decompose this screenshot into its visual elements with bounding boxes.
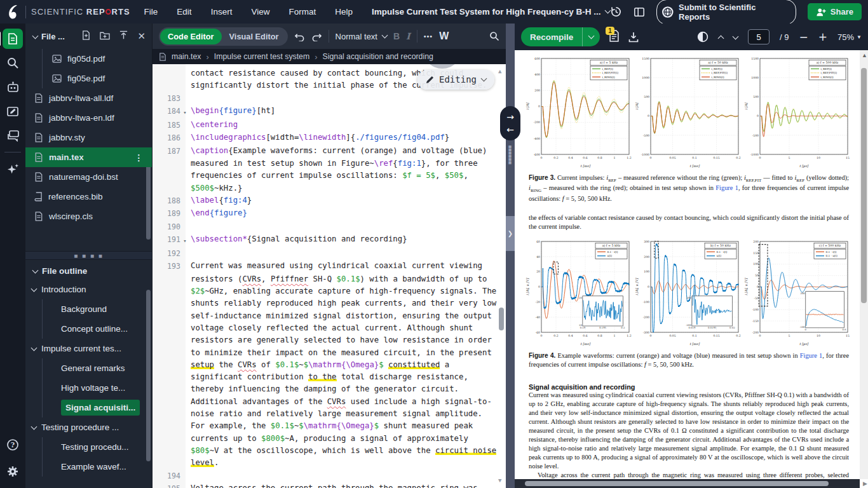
italic-icon[interactable]: I [406, 31, 410, 41]
outline-item-example-wavef-[interactable]: Example wavef... [25, 457, 152, 477]
code-line[interactable]: 189\end{figure} [153, 207, 506, 220]
outline-item-background[interactable]: Background [25, 299, 152, 319]
file-outline-header[interactable]: File outline [25, 260, 152, 280]
menu-format[interactable]: Format [288, 7, 316, 17]
search-icon[interactable] [3, 53, 23, 73]
scroll-right-icon[interactable]: ▶ [863, 480, 867, 487]
file-fig05e.pdf[interactable]: fig05e.pdf [25, 69, 152, 88]
recompile-dropdown[interactable] [582, 27, 600, 46]
code-line[interactable]: level. [153, 457, 506, 469]
file-jabbrv-ltwa-en.ldf[interactable]: jabbrv-ltwa-en.ldf [25, 108, 152, 128]
review-icon[interactable] [3, 101, 23, 121]
pdf-vscroll-thumb[interactable] [861, 68, 867, 303]
pdf-vertical-scrollbar[interactable]: ▲ [860, 50, 868, 479]
close-panel-icon[interactable]: ✕ [137, 30, 146, 42]
recompile-button[interactable]: Recompile [521, 32, 582, 42]
file-fig05d.pdf[interactable]: fig05d.pdf [25, 49, 152, 69]
menu-help[interactable]: Help [335, 7, 353, 17]
code-line[interactable]: 184▾\begin{figure}[ht] [153, 105, 506, 119]
next-page-icon[interactable] [733, 35, 738, 39]
pdf-hscroll-thumb[interactable] [525, 481, 829, 486]
chevron-down-icon[interactable] [31, 286, 37, 292]
divider-drag-dots[interactable]: ■ ■■ ■■ ■ [506, 146, 515, 165]
writefull-icon[interactable]: W [439, 30, 449, 42]
outline-item-testing-procedu-[interactable]: Testing procedu... [25, 437, 152, 457]
code-line[interactable]: frequencies of current impulse oscillati… [153, 170, 506, 182]
fold-arrow-icon[interactable]: ▾ [180, 105, 189, 119]
sync-to-code-icon[interactable]: ← [506, 125, 514, 134]
layout-icon[interactable] [634, 6, 645, 18]
new-folder-icon[interactable] [100, 30, 110, 42]
code-line[interactable]: 194 [153, 470, 506, 482]
file-jabbrv-ltwa-all.ldf[interactable]: jabbrv-ltwa-all.ldf [25, 88, 152, 108]
code-line[interactable]: shunts reliably reproduced high peak cur… [153, 297, 506, 309]
code-line[interactable]: setup the CVRs of $0.1$~$\mathrm{\Omega}… [153, 359, 506, 371]
previous-page-icon[interactable] [719, 35, 723, 39]
search-icon[interactable] [489, 31, 499, 41]
assistant-icon[interactable] [3, 77, 23, 97]
code-line[interactable]: measured in test setup shown in Figure~\… [153, 158, 506, 170]
code-line[interactable]: 186\includegraphics[width=\linewidth]{./… [153, 132, 506, 144]
page-number-input[interactable] [748, 29, 770, 44]
code-line[interactable]: 183 [153, 92, 506, 105]
breadcrumb-item[interactable]: Signal acquisition and recording [323, 52, 433, 61]
history-icon[interactable] [610, 6, 622, 18]
code-line[interactable]: noise ratio and relatively large measure… [153, 408, 506, 420]
editing-mode-dropdown[interactable]: Editing [417, 70, 494, 90]
code-line[interactable]: self-inductance minimized signal distort… [153, 310, 506, 322]
scroll-down-icon[interactable]: ▼ [498, 475, 501, 487]
scroll-up-icon[interactable]: ▲ [862, 52, 867, 58]
file-jabbrv.sty[interactable]: jabbrv.sty [25, 128, 152, 147]
pdf-horizontal-scrollbar[interactable]: ▶ [515, 479, 860, 488]
download-pdf-icon[interactable] [628, 32, 639, 43]
code-line[interactable]: to minimize their impact on the measured… [153, 347, 506, 359]
code-line[interactable]: 190 [153, 220, 506, 233]
code-line[interactable]: $2$~GHz, enabling accurate capture of hi… [153, 285, 506, 297]
fold-arrow-icon[interactable]: ▾ [180, 233, 189, 247]
outline-item-general-remarks[interactable]: General remarks [25, 358, 152, 378]
outline-item-testing-procedure-[interactable]: Testing procedure ... [25, 417, 152, 437]
collapse-pane-handle[interactable]: ❯ [506, 216, 515, 251]
code-line[interactable]: 195Voltage across the current path throu… [153, 482, 506, 488]
code-line[interactable]: 193Current was measured using cylindrica… [153, 260, 506, 273]
chevron-down-icon[interactable] [31, 345, 37, 351]
redo-icon[interactable] [311, 32, 322, 41]
help-icon[interactable]: ? [3, 435, 23, 455]
outline-item-introduction[interactable]: Introduction [25, 280, 152, 299]
file-references.bib[interactable]: references.bib [25, 187, 152, 207]
code-line[interactable]: 187\caption{Example waveforms: current (… [153, 145, 506, 158]
undo-icon[interactable] [294, 32, 305, 41]
collapse-chevron-icon[interactable] [32, 32, 39, 39]
code-line[interactable]: For example, the $0.1$~$\mathrm{\Omega}$… [153, 420, 506, 432]
pdf-document-view[interactable]: -600-400-200020040060000.20.40.60.811.2a… [515, 50, 868, 488]
code-line[interactable]: voltage closely reflected the actual cur… [153, 322, 506, 334]
zoom-out-icon[interactable]: − [799, 30, 808, 43]
code-line[interactable]: $80$~V at the oscilloscope, which is wel… [153, 445, 506, 457]
submit-button[interactable]: Submit to Scientific Reports [656, 0, 796, 25]
code-line[interactable]: 192 [153, 247, 506, 260]
chat-icon[interactable] [3, 125, 23, 146]
ai-sparkle-icon[interactable] [3, 159, 23, 179]
code-line[interactable]: resistors are generally selected to have… [153, 334, 506, 346]
file-wlscirep.cls[interactable]: wlscirep.cls [25, 207, 152, 226]
outline-item-impulse-current-tes-[interactable]: Impulse current tes... [25, 339, 152, 358]
menu-view[interactable]: View [251, 7, 269, 17]
sync-to-pdf-icon[interactable]: → [506, 112, 514, 121]
zoom-in-icon[interactable]: + [818, 30, 827, 43]
file-tree-icon[interactable] [3, 29, 23, 49]
file-naturemag-doi.bst[interactable]: naturemag-doi.bst [25, 167, 152, 187]
code-line[interactable]: 185\centering [153, 119, 506, 132]
settings-icon[interactable] [3, 461, 23, 482]
visual-editor-tab[interactable]: Visual Editor [222, 29, 287, 44]
menu-insert[interactable]: Insert [211, 7, 233, 17]
code-editor-area[interactable]: contact resistance caused by contact bou… [153, 64, 506, 488]
code-editor-tab[interactable]: Code Editor [160, 29, 222, 44]
bold-icon[interactable]: B [393, 31, 400, 41]
menu-edit[interactable]: Edit [177, 7, 191, 17]
panel-resize-handle[interactable]: ■ ■ ■ ■ [25, 251, 152, 260]
breadcrumb-item[interactable]: Impulse current test system [214, 52, 309, 61]
upload-icon[interactable] [119, 30, 128, 42]
contrast-toggle-icon[interactable] [697, 31, 709, 43]
chevron-down-icon[interactable] [31, 424, 37, 430]
code-line[interactable]: Additional advantages of the CVRs used i… [153, 396, 506, 408]
